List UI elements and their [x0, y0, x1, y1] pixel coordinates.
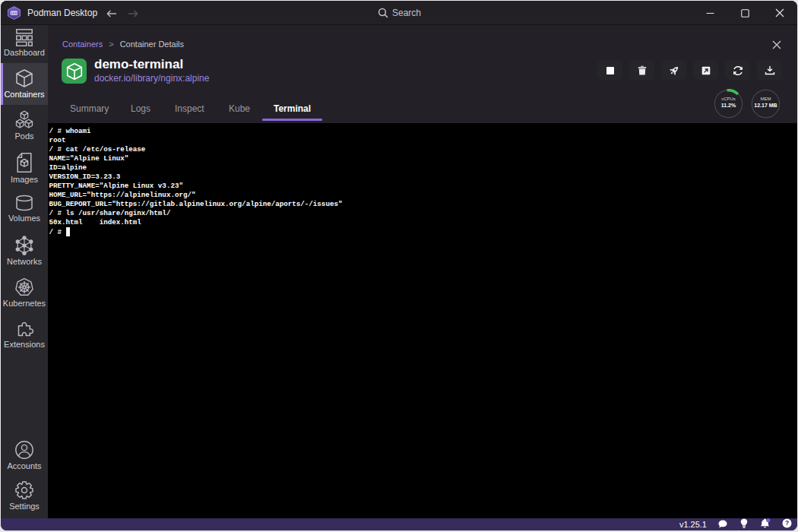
svg-text:?: ?	[784, 519, 788, 527]
